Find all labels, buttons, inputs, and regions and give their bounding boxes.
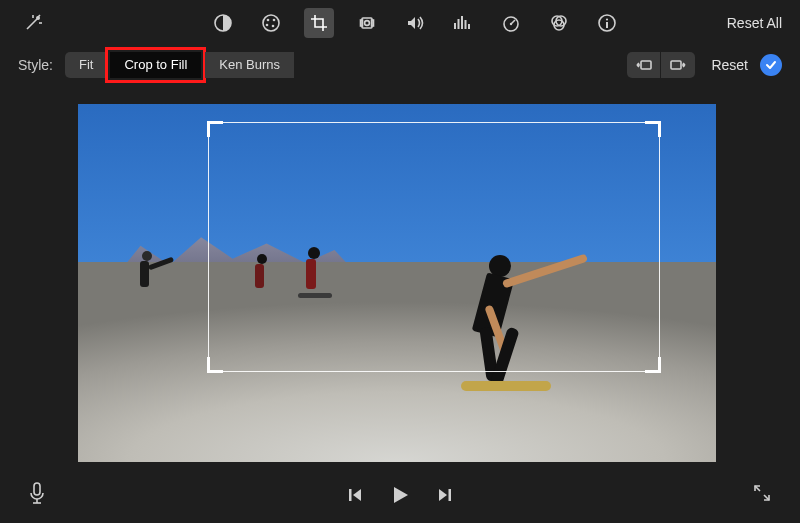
crop-rectangle[interactable] <box>208 122 660 372</box>
crop-handle-tl[interactable] <box>207 121 223 137</box>
style-option-crop-to-fill[interactable]: Crop to Fill <box>110 52 201 78</box>
svg-rect-35 <box>349 489 352 501</box>
equalizer-icon[interactable] <box>448 8 478 38</box>
play-icon[interactable] <box>389 484 411 506</box>
speed-icon[interactable] <box>496 8 526 38</box>
crop-style-row: Style: Fit Crop to Fill Ken Burns Reset <box>0 46 800 84</box>
style-option-ken-burns[interactable]: Ken Burns <box>205 52 295 78</box>
wand-icon[interactable] <box>18 8 48 38</box>
svg-rect-12 <box>362 18 372 28</box>
svg-rect-17 <box>458 19 460 29</box>
svg-rect-20 <box>468 24 470 29</box>
svg-point-9 <box>273 19 276 22</box>
crop-handle-tr[interactable] <box>645 121 661 137</box>
svg-rect-31 <box>671 61 681 69</box>
svg-rect-32 <box>34 483 40 495</box>
inspector-toolbar: Reset All <box>0 0 800 46</box>
svg-rect-30 <box>641 61 651 69</box>
microphone-icon[interactable] <box>28 481 46 509</box>
rotate-cw-icon[interactable] <box>661 52 695 78</box>
color-balance-icon[interactable] <box>208 8 238 38</box>
svg-line-4 <box>38 15 40 17</box>
tutorial-highlight: Crop to Fill <box>105 47 206 83</box>
crop-icon[interactable] <box>304 8 334 38</box>
svg-point-23 <box>510 23 512 25</box>
svg-point-11 <box>272 25 275 28</box>
crop-handle-bl[interactable] <box>207 357 223 373</box>
style-label: Style: <box>18 57 53 73</box>
apply-check-icon[interactable] <box>760 54 782 76</box>
svg-point-10 <box>266 24 269 27</box>
svg-point-7 <box>263 15 279 31</box>
svg-rect-19 <box>465 20 467 29</box>
svg-point-15 <box>365 21 370 26</box>
svg-rect-18 <box>461 16 463 29</box>
next-frame-icon[interactable] <box>437 487 453 503</box>
stabilize-icon[interactable] <box>352 8 382 38</box>
color-palette-icon[interactable] <box>256 8 286 38</box>
reset-all-button[interactable]: Reset All <box>727 15 782 31</box>
crop-handle-br[interactable] <box>645 357 661 373</box>
svg-rect-36 <box>449 489 452 501</box>
svg-point-8 <box>267 19 270 22</box>
transport-bar <box>0 467 800 523</box>
video-preview[interactable] <box>78 104 716 462</box>
previous-frame-icon[interactable] <box>347 487 363 503</box>
svg-rect-29 <box>606 22 608 28</box>
svg-point-28 <box>606 18 608 20</box>
svg-rect-16 <box>454 23 456 29</box>
rotate-ccw-icon[interactable] <box>627 52 661 78</box>
info-icon[interactable] <box>592 8 622 38</box>
volume-icon[interactable] <box>400 8 430 38</box>
svg-line-0 <box>27 19 37 29</box>
color-filter-icon[interactable] <box>544 8 574 38</box>
style-option-fit[interactable]: Fit <box>65 52 108 78</box>
fullscreen-icon[interactable] <box>752 483 772 507</box>
reset-button[interactable]: Reset <box>711 57 748 73</box>
